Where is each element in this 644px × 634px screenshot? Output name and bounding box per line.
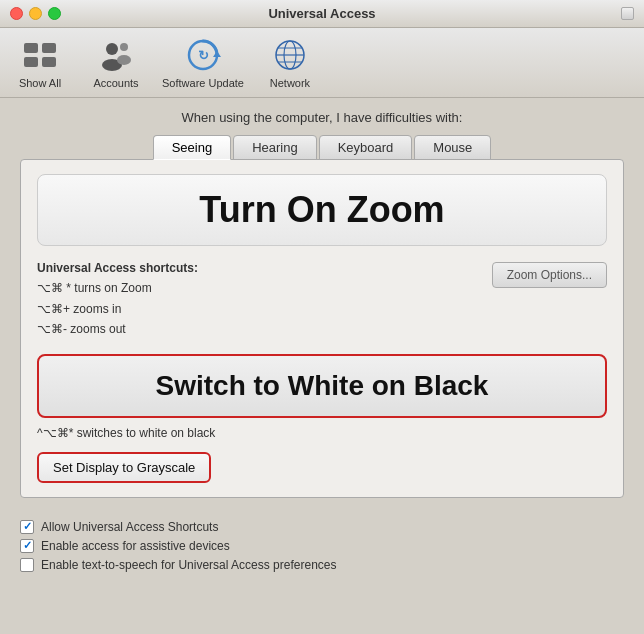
tabs-bar: Seeing Hearing Keyboard Mouse xyxy=(20,135,624,160)
accounts-icon xyxy=(97,36,135,74)
subtitle-text: When using the computer, I have difficul… xyxy=(20,110,624,125)
titlebar-buttons xyxy=(10,7,61,20)
checkboxes-section: Allow Universal Access Shortcuts Enable … xyxy=(0,510,644,585)
expander-button[interactable] xyxy=(621,7,634,20)
tab-keyboard[interactable]: Keyboard xyxy=(319,135,413,160)
shortcut-line-2: ⌥⌘+ zooms in xyxy=(37,299,198,319)
shortcuts-row: Universal Access shortcuts: ⌥⌘ * turns o… xyxy=(37,258,607,340)
software-update-label: Software Update xyxy=(162,77,244,89)
network-label: Network xyxy=(270,77,310,89)
shortcut-line-3: ⌥⌘- zooms out xyxy=(37,319,198,339)
toolbar-item-network[interactable]: Network xyxy=(260,36,320,89)
tab-seeing[interactable]: Seeing xyxy=(153,135,231,160)
software-update-icon: ↻ xyxy=(184,36,222,74)
checkbox-enable-speech-label: Enable text-to-speech for Universal Acce… xyxy=(41,558,336,572)
svg-text:↻: ↻ xyxy=(197,48,208,63)
zoom-button-titlebar[interactable] xyxy=(48,7,61,20)
shortcuts-text: Universal Access shortcuts: ⌥⌘ * turns o… xyxy=(37,258,198,340)
toolbar: Show All Accounts ↻ Software Update xyxy=(0,28,644,98)
checkbox-enable-assistive-box[interactable] xyxy=(20,539,34,553)
tab-panel: Turn On Zoom Universal Access shortcuts:… xyxy=(20,159,624,498)
checkbox-allow-shortcuts-label: Allow Universal Access Shortcuts xyxy=(41,520,218,534)
minimize-button[interactable] xyxy=(29,7,42,20)
svg-rect-1 xyxy=(42,43,56,53)
checkbox-enable-assistive-label: Enable access for assistive devices xyxy=(41,539,230,553)
checkbox-enable-speech-box[interactable] xyxy=(20,558,34,572)
turn-on-zoom-button[interactable]: Turn On Zoom xyxy=(37,174,607,246)
tab-hearing[interactable]: Hearing xyxy=(233,135,317,160)
toolbar-item-accounts[interactable]: Accounts xyxy=(86,36,146,89)
shortcuts-title: Universal Access shortcuts: xyxy=(37,258,198,278)
close-button[interactable] xyxy=(10,7,23,20)
toolbar-item-software-update[interactable]: ↻ Software Update xyxy=(162,36,244,89)
show-all-icon xyxy=(21,36,59,74)
checkbox-allow-shortcuts-box[interactable] xyxy=(20,520,34,534)
switch-description: ^⌥⌘* switches to white on black xyxy=(37,426,607,440)
zoom-options-button[interactable]: Zoom Options... xyxy=(492,262,607,288)
svg-rect-0 xyxy=(24,43,38,53)
set-grayscale-button[interactable]: Set Display to Grayscale xyxy=(37,452,211,483)
svg-rect-3 xyxy=(42,57,56,67)
switch-white-on-black-button[interactable]: Switch to White on Black xyxy=(37,354,607,418)
toolbar-item-show-all[interactable]: Show All xyxy=(10,36,70,89)
titlebar: Universal Access xyxy=(0,0,644,28)
window-title: Universal Access xyxy=(268,6,375,21)
turn-on-zoom-label: Turn On Zoom xyxy=(199,189,444,230)
shortcut-line-1: ⌥⌘ * turns on Zoom xyxy=(37,278,198,298)
checkbox-enable-assistive[interactable]: Enable access for assistive devices xyxy=(20,539,624,553)
svg-rect-2 xyxy=(24,57,38,67)
svg-point-4 xyxy=(106,43,118,55)
tab-mouse[interactable]: Mouse xyxy=(414,135,491,160)
checkbox-allow-shortcuts[interactable]: Allow Universal Access Shortcuts xyxy=(20,520,624,534)
svg-point-7 xyxy=(117,55,131,65)
main-content: When using the computer, I have difficul… xyxy=(0,98,644,510)
accounts-label: Accounts xyxy=(93,77,138,89)
checkbox-enable-speech[interactable]: Enable text-to-speech for Universal Acce… xyxy=(20,558,624,572)
switch-white-on-black-label: Switch to White on Black xyxy=(156,370,489,401)
show-all-label: Show All xyxy=(19,77,61,89)
svg-point-6 xyxy=(120,43,128,51)
network-icon xyxy=(271,36,309,74)
svg-marker-9 xyxy=(213,51,221,57)
